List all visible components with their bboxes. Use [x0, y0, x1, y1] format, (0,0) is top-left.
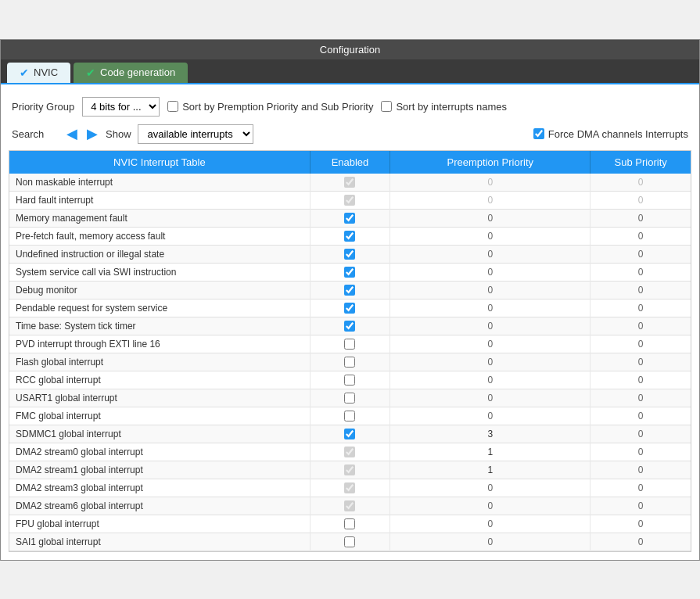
col-header-enabled: Enabled	[310, 151, 389, 174]
interrupt-preemption: 0	[390, 533, 591, 551]
interrupt-enabled-checkbox[interactable]	[344, 303, 355, 314]
interrupt-enabled-cell	[310, 335, 389, 353]
tab-code-generation[interactable]: ✔ Code generation	[74, 63, 188, 83]
interrupt-enabled-cell	[310, 407, 389, 425]
interrupt-preemption: 0	[390, 227, 591, 245]
interrupt-sub-priority: 0	[591, 461, 691, 479]
interrupt-enabled-checkbox[interactable]	[344, 464, 355, 475]
interrupt-enabled-checkbox[interactable]	[344, 249, 355, 260]
interrupt-name: USART1 global interrupt	[9, 389, 310, 407]
interrupt-preemption: 0	[390, 245, 591, 263]
sort-premption-label[interactable]: Sort by Premption Priority and Sub Prior…	[167, 101, 373, 113]
interrupt-sub-priority: 0	[591, 497, 691, 515]
content-area: Priority Group 4 bits for ... Sort by Pr…	[1, 83, 699, 560]
priority-group-select[interactable]: 4 bits for ...	[82, 97, 160, 117]
toolbar-row-2: Search ◀ ▶ Show available interrupts For…	[9, 121, 691, 150]
interrupt-enabled-cell	[310, 479, 389, 497]
interrupt-enabled-cell	[310, 371, 389, 389]
interrupt-preemption: 0	[390, 191, 591, 209]
interrupt-enabled-checkbox[interactable]	[344, 213, 355, 224]
interrupt-enabled-checkbox[interactable]	[344, 429, 355, 439]
interrupt-enabled-checkbox[interactable]	[344, 195, 355, 206]
interrupt-sub-priority: 0	[591, 174, 691, 192]
interrupt-sub-priority: 0	[591, 245, 691, 263]
interrupt-name: SAI1 global interrupt	[9, 533, 310, 551]
interrupt-enabled-cell	[310, 515, 389, 533]
interrupt-enabled-cell	[310, 317, 389, 335]
table-row: RCC global interrupt00	[9, 371, 691, 389]
sort-names-checkbox[interactable]	[381, 101, 392, 112]
interrupt-name: System service call via SWI instruction	[9, 263, 310, 281]
table-row: DMA2 stream6 global interrupt00	[9, 497, 691, 515]
interrupt-enabled-cell	[310, 443, 389, 461]
toolbar-row-1: Priority Group 4 bits for ... Sort by Pr…	[9, 92, 691, 121]
sort-names-label[interactable]: Sort by interrupts names	[381, 101, 507, 113]
interrupt-enabled-checkbox[interactable]	[344, 285, 355, 296]
force-dma-checkbox[interactable]	[533, 128, 544, 139]
table-row: Time base: System tick timer00	[9, 317, 691, 335]
interrupt-enabled-checkbox[interactable]	[344, 375, 355, 386]
interrupt-preemption: 0	[390, 389, 591, 407]
interrupt-enabled-cell	[310, 245, 389, 263]
show-select[interactable]: available interrupts	[138, 124, 253, 144]
force-dma-container: Force DMA channels Interrupts	[533, 128, 688, 140]
interrupt-table-container: NVIC Interrupt Table Enabled Preemption …	[9, 150, 691, 552]
interrupt-sub-priority: 0	[591, 371, 691, 389]
interrupt-sub-priority: 0	[591, 407, 691, 425]
interrupt-name: DMA2 stream0 global interrupt	[9, 443, 310, 461]
interrupt-enabled-checkbox[interactable]	[344, 357, 355, 368]
interrupt-enabled-cell	[310, 209, 389, 227]
interrupt-enabled-cell	[310, 461, 389, 479]
table-row: Flash global interrupt00	[9, 353, 691, 371]
interrupt-enabled-checkbox[interactable]	[344, 411, 355, 421]
code-gen-check-icon: ✔	[86, 66, 95, 79]
table-row: DMA2 stream0 global interrupt10	[9, 443, 691, 461]
interrupt-enabled-checkbox[interactable]	[344, 447, 355, 457]
interrupt-enabled-checkbox[interactable]	[344, 177, 355, 188]
interrupt-enabled-cell	[310, 281, 389, 299]
table-body: Non maskable interrupt00Hard fault inter…	[9, 174, 691, 551]
interrupt-name: FPU global interrupt	[9, 515, 310, 533]
interrupt-enabled-checkbox[interactable]	[344, 339, 355, 350]
interrupt-name: Flash global interrupt	[9, 353, 310, 371]
interrupt-preemption: 0	[390, 174, 591, 192]
table-row: Undefined instruction or illegal state00	[9, 245, 691, 263]
priority-group-label: Priority Group	[12, 101, 74, 113]
search-prev-button[interactable]: ◀	[65, 127, 79, 141]
col-header-subpriority: Sub Priority	[591, 151, 691, 174]
main-window: Configuration ✔ NVIC ✔ Code generation P…	[0, 39, 700, 561]
interrupt-enabled-checkbox[interactable]	[344, 500, 355, 511]
interrupt-enabled-checkbox[interactable]	[344, 482, 355, 493]
interrupt-enabled-checkbox[interactable]	[344, 536, 355, 547]
search-next-button[interactable]: ▶	[85, 127, 99, 141]
interrupt-sub-priority: 0	[591, 317, 691, 335]
interrupt-enabled-cell	[310, 299, 389, 317]
interrupt-name: FMC global interrupt	[9, 407, 310, 425]
interrupt-enabled-checkbox[interactable]	[344, 267, 355, 278]
interrupt-enabled-checkbox[interactable]	[344, 231, 355, 242]
interrupt-preemption: 0	[390, 515, 591, 533]
interrupt-table: NVIC Interrupt Table Enabled Preemption …	[9, 151, 691, 551]
tab-nvic[interactable]: ✔ NVIC	[7, 63, 70, 83]
table-row: DMA2 stream1 global interrupt10	[9, 461, 691, 479]
interrupt-sub-priority: 0	[591, 443, 691, 461]
table-row: Non maskable interrupt00	[9, 174, 691, 192]
interrupt-enabled-checkbox[interactable]	[344, 518, 355, 529]
interrupt-enabled-checkbox[interactable]	[344, 393, 355, 404]
interrupt-sub-priority: 0	[591, 353, 691, 371]
interrupt-name: Non maskable interrupt	[9, 174, 310, 192]
table-row: PVD interrupt through EXTI line 1600	[9, 335, 691, 353]
interrupt-preemption: 0	[390, 335, 591, 353]
interrupt-enabled-checkbox[interactable]	[344, 321, 355, 332]
sort-premption-checkbox[interactable]	[167, 101, 178, 112]
interrupt-sub-priority: 0	[591, 209, 691, 227]
interrupt-sub-priority: 0	[591, 425, 691, 443]
interrupt-name: Pre-fetch fault, memory access fault	[9, 227, 310, 245]
interrupt-enabled-cell	[310, 533, 389, 551]
interrupt-sub-priority: 0	[591, 389, 691, 407]
col-header-preemption: Preemption Priority	[390, 151, 591, 174]
nvic-check-icon: ✔	[20, 66, 29, 79]
interrupt-sub-priority: 0	[591, 263, 691, 281]
interrupt-preemption: 0	[390, 497, 591, 515]
table-row: DMA2 stream3 global interrupt00	[9, 479, 691, 497]
